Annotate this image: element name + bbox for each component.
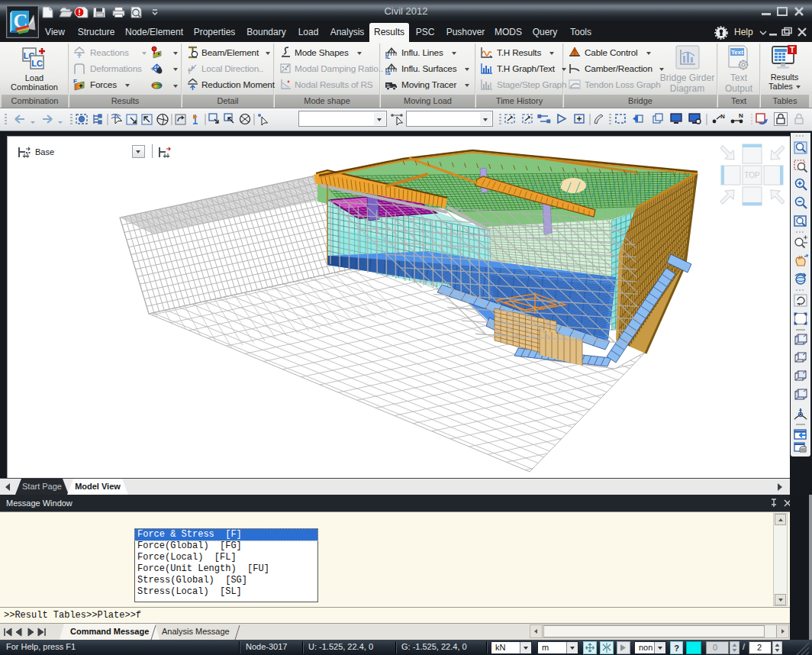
svg-text:LC: LC [31,59,43,68]
svg-text:N: N [720,113,725,120]
svg-text:F: F [73,78,77,85]
svg-text:N: N [739,112,743,119]
